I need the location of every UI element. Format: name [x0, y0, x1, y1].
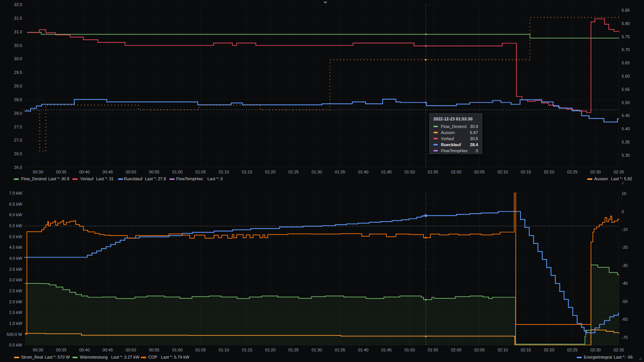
svg-text:01:05: 01:05 — [195, 348, 206, 352]
svg-text:5.80: 5.80 — [622, 21, 630, 26]
svg-text:02:05: 02:05 — [474, 348, 485, 352]
svg-text:01:50: 01:50 — [405, 170, 415, 174]
svg-text:01:10: 01:10 — [219, 170, 229, 174]
svg-text:02:20: 02:20 — [544, 170, 555, 174]
svg-text:01:40: 01:40 — [358, 348, 369, 352]
svg-text:28.5: 28.5 — [14, 97, 22, 102]
svg-text:26.5: 26.5 — [14, 151, 22, 156]
svg-text:2.5 kW: 2.5 kW — [9, 289, 22, 293]
svg-text:5.75: 5.75 — [622, 34, 630, 39]
svg-text:02:20: 02:20 — [544, 348, 555, 352]
svg-text:0.0 kW: 0.0 kW — [9, 343, 22, 347]
svg-text:3.5 kW: 3.5 kW — [9, 267, 22, 272]
svg-text:01:15: 01:15 — [242, 348, 253, 352]
svg-text:00:35: 00:35 — [56, 348, 67, 352]
svg-text:3.0 kW: 3.0 kW — [9, 278, 22, 282]
svg-text:00:55: 00:55 — [149, 170, 159, 174]
svg-text:02:15: 02:15 — [521, 170, 531, 174]
svg-text:00:50: 00:50 — [126, 348, 136, 352]
svg-text:1.0 kW: 1.0 kW — [9, 321, 22, 326]
svg-text:00:55: 00:55 — [149, 348, 159, 352]
svg-text:01:15: 01:15 — [242, 170, 253, 174]
svg-text:5.85: 5.85 — [622, 8, 630, 12]
svg-text:5.40: 5.40 — [622, 126, 630, 131]
svg-text:5.45: 5.45 — [622, 113, 630, 118]
svg-text:01:35: 01:35 — [335, 170, 345, 174]
svg-text:-10: -10 — [622, 227, 628, 232]
svg-text:-50: -50 — [622, 299, 628, 304]
svg-text:1.5 kW: 1.5 kW — [9, 310, 22, 315]
svg-text:6.0 kW: 6.0 kW — [9, 212, 22, 217]
svg-text:01:40: 01:40 — [358, 170, 369, 174]
svg-text:02:10: 02:10 — [497, 170, 508, 174]
svg-text:-70: -70 — [622, 335, 628, 340]
svg-text:5.30: 5.30 — [622, 153, 630, 158]
svg-text:0: 0 — [622, 209, 624, 214]
svg-text:02:25: 02:25 — [567, 170, 578, 174]
svg-text:5.70: 5.70 — [622, 47, 630, 52]
svg-text:5.0 kW: 5.0 kW — [9, 234, 22, 239]
svg-text:00:45: 00:45 — [103, 348, 113, 352]
svg-text:01:25: 01:25 — [288, 170, 299, 174]
svg-text:00:45: 00:45 — [103, 170, 113, 174]
svg-text:4.5 kW: 4.5 kW — [9, 245, 22, 250]
svg-text:02:35: 02:35 — [614, 348, 624, 352]
svg-text:02:30: 02:30 — [590, 348, 601, 352]
svg-text:27.5: 27.5 — [14, 125, 22, 129]
svg-text:00:30: 00:30 — [33, 348, 44, 352]
svg-text:-30: -30 — [622, 263, 628, 268]
svg-text:02:00: 02:00 — [451, 348, 461, 352]
svg-text:01:05: 01:05 — [195, 170, 206, 174]
svg-text:01:45: 01:45 — [381, 348, 392, 352]
svg-text:27.0: 27.0 — [14, 138, 22, 142]
svg-text:30.0: 30.0 — [14, 56, 22, 61]
svg-text:00:40: 00:40 — [79, 348, 90, 352]
svg-text:02:30: 02:30 — [590, 170, 601, 174]
svg-text:10: 10 — [622, 191, 626, 196]
svg-text:01:20: 01:20 — [265, 348, 276, 352]
svg-text:01:30: 01:30 — [311, 348, 322, 352]
svg-text:00:40: 00:40 — [79, 170, 90, 174]
svg-text:5.35: 5.35 — [622, 140, 630, 144]
svg-text:5.50: 5.50 — [622, 100, 630, 105]
svg-text:-20: -20 — [622, 245, 628, 250]
svg-text:00:50: 00:50 — [126, 170, 136, 174]
svg-text:01:20: 01:20 — [265, 170, 276, 174]
svg-text:5.55: 5.55 — [622, 87, 630, 92]
svg-text:01:00: 01:00 — [172, 170, 183, 174]
svg-text:02:10: 02:10 — [497, 348, 508, 352]
svg-text:01:10: 01:10 — [219, 348, 229, 352]
svg-text:01:55: 01:55 — [428, 170, 438, 174]
svg-text:02:00: 02:00 — [451, 170, 461, 174]
svg-text:01:50: 01:50 — [405, 348, 415, 352]
svg-text:01:00: 01:00 — [172, 348, 183, 352]
svg-text:29.5: 29.5 — [14, 70, 22, 75]
svg-text:31.5: 31.5 — [14, 16, 22, 20]
svg-text:26.0: 26.0 — [14, 165, 22, 170]
svg-text:29.0: 29.0 — [14, 84, 22, 88]
svg-text:00:30: 00:30 — [33, 170, 44, 174]
svg-text:02:05: 02:05 — [474, 170, 485, 174]
svg-text:01:25: 01:25 — [288, 348, 299, 352]
svg-text:01:55: 01:55 — [428, 348, 438, 352]
svg-text:00:35: 00:35 — [56, 170, 67, 174]
svg-text:02:25: 02:25 — [567, 348, 578, 352]
svg-text:-60: -60 — [622, 317, 628, 321]
svg-text:01:45: 01:45 — [381, 170, 392, 174]
svg-text:31.0: 31.0 — [14, 30, 22, 34]
svg-text:4.0 kW: 4.0 kW — [9, 256, 22, 261]
svg-text:02:35: 02:35 — [614, 170, 624, 174]
svg-text:01:35: 01:35 — [335, 348, 345, 352]
svg-text:32.0: 32.0 — [14, 2, 22, 7]
svg-text:30.5: 30.5 — [14, 43, 22, 48]
svg-text:01:30: 01:30 — [311, 170, 322, 174]
svg-text:02:15: 02:15 — [521, 348, 531, 352]
svg-text:5.5 kW: 5.5 kW — [9, 223, 22, 228]
svg-text:7.0 kW: 7.0 kW — [9, 191, 22, 195]
svg-text:6.5 kW: 6.5 kW — [9, 202, 22, 206]
svg-text:2.0 kW: 2.0 kW — [9, 300, 22, 304]
svg-text:5.60: 5.60 — [622, 74, 630, 78]
svg-text:-40: -40 — [622, 281, 628, 286]
svg-text:28.0: 28.0 — [14, 111, 22, 115]
svg-text:500.0 W: 500.0 W — [7, 332, 23, 337]
